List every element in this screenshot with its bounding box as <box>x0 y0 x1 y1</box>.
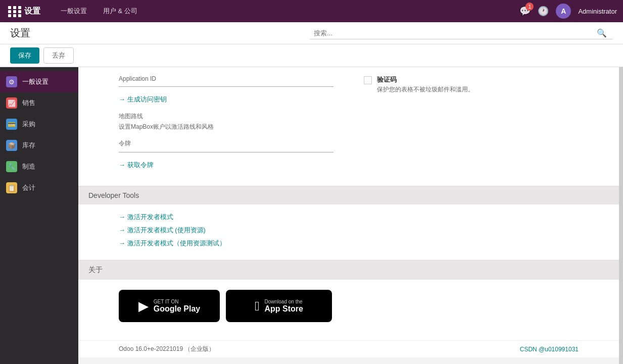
sidebar-item-accounting[interactable]: 📋 会计 <box>0 177 78 198</box>
user-avatar: A <box>556 4 571 19</box>
content-inner: Application ID 生成访问密钥 地图路线 设置MapBox账户以激活… <box>78 67 619 364</box>
save-button[interactable]: 保存 <box>10 47 39 64</box>
chat-badge: 1 <box>525 3 534 11</box>
captcha-desc: 保护您的表格不被垃圾邮件和滥用。 <box>377 85 474 94</box>
sidebar-label-sales: 销售 <box>22 98 35 108</box>
sidebar-label-accounting: 会计 <box>22 183 35 192</box>
activate-dev-mode-test-link[interactable]: 激活开发者模式（使用资源测试） <box>119 239 579 248</box>
page-title: 设置 <box>10 26 310 40</box>
activate-dev-mode-assets-link[interactable]: 激活开发者模式 (使用资源) <box>119 226 579 235</box>
sidebar-label-inventory: 库存 <box>22 141 35 150</box>
google-play-small-text: GET IT ON <box>154 299 200 304</box>
app-title: 设置 <box>24 6 40 17</box>
google-play-icon: ▶ <box>138 298 149 314</box>
map-route-desc: 设置MapBox账户以激活路线和风格 <box>119 123 333 131</box>
sidebar-label-manufacturing: 制造 <box>22 162 35 171</box>
layout: ⚙ 一般设置 📈 销售 💳 采购 📦 库存 🔧 制造 📋 会计 <box>0 67 623 364</box>
version-text: Odoo 16.0+e-20221019 （企业版） <box>119 345 215 353</box>
gear-icon: ⚙ <box>6 76 17 87</box>
token-field: 令牌 <box>119 139 333 152</box>
generate-key-row: 生成访问密钥 <box>119 95 333 104</box>
user-name[interactable]: Administrator <box>578 8 617 15</box>
topbar: 设置 一般设置 用户 & 公司 💬 1 🕐 A Administrator <box>0 0 623 22</box>
sidebar-item-general[interactable]: ⚙ 一般设置 <box>0 71 78 92</box>
clock-icon[interactable]: 🕐 <box>538 6 549 17</box>
sidebar-label-general: 一般设置 <box>22 77 49 86</box>
about-content: ▶ GET IT ON Google Play  Download on th… <box>78 280 619 340</box>
topbar-right: 💬 1 🕐 A Administrator <box>519 4 617 19</box>
app-store-text: Download on the App Store <box>265 299 303 314</box>
store-badges: ▶ GET IT ON Google Play  Download on th… <box>119 290 579 322</box>
two-col-layout: Application ID 生成访问密钥 地图路线 设置MapBox账户以激活… <box>119 75 579 178</box>
scrollbar[interactable] <box>619 67 623 364</box>
sidebar-item-manufacturing[interactable]: 🔧 制造 <box>0 156 78 177</box>
token-label: 令牌 <box>119 139 333 148</box>
action-bar: 保存 丢弃 <box>0 44 623 67</box>
captcha-label: 验证码 <box>377 75 474 84</box>
chat-icon-wrap[interactable]: 💬 1 <box>519 6 531 17</box>
app-store-small-text: Download on the <box>265 299 303 304</box>
sidebar-item-purchase[interactable]: 💳 采购 <box>0 114 78 135</box>
activate-dev-mode-link[interactable]: 激活开发者模式 <box>119 213 579 222</box>
application-id-input[interactable] <box>119 84 333 87</box>
sidebar-label-purchase: 采购 <box>22 120 35 129</box>
captcha-section: 验证码 保护您的表格不被垃圾邮件和滥用。 <box>364 75 579 94</box>
search-icon[interactable]: 🔍 <box>597 28 607 38</box>
generate-key-link[interactable]: 生成访问密钥 <box>119 95 167 103</box>
box-icon: 📦 <box>6 140 17 151</box>
card-icon: 💳 <box>6 119 17 130</box>
search-input[interactable] <box>314 29 597 37</box>
application-id-label: Application ID <box>119 75 333 82</box>
left-col: Application ID 生成访问密钥 地图路线 设置MapBox账户以激活… <box>119 75 333 178</box>
google-play-big-text: Google Play <box>154 304 200 314</box>
discard-button[interactable]: 丢弃 <box>43 47 74 64</box>
nav-general-settings[interactable]: 一般设置 <box>55 4 93 19</box>
version-bar: Odoo 16.0+e-20221019 （企业版） CSDN @u010991… <box>78 340 619 357</box>
form-section-api: Application ID 生成访问密钥 地图路线 设置MapBox账户以激活… <box>78 67 619 186</box>
csdn-link[interactable]: CSDN @u010991031 <box>520 346 579 353</box>
apps-icon[interactable] <box>6 4 20 18</box>
ledger-icon: 📋 <box>6 182 17 193</box>
captcha-text: 验证码 保护您的表格不被垃圾邮件和滥用。 <box>377 75 474 94</box>
sidebar: ⚙ 一般设置 📈 销售 💳 采购 📦 库存 🔧 制造 📋 会计 <box>0 67 78 364</box>
page-header: 设置 🔍 <box>0 22 623 44</box>
map-route-field: 地图路线 设置MapBox账户以激活路线和风格 <box>119 112 333 131</box>
sidebar-item-inventory[interactable]: 📦 库存 <box>0 135 78 156</box>
right-col: 验证码 保护您的表格不被垃圾邮件和滥用。 <box>364 75 579 178</box>
developer-tools-header: Developer Tools <box>78 186 619 204</box>
app-store-badge[interactable]:  Download on the App Store <box>226 290 332 322</box>
map-route-label: 地图路线 <box>119 112 333 121</box>
search-bar: 🔍 <box>310 27 613 39</box>
google-play-text: GET IT ON Google Play <box>154 299 200 314</box>
get-token-link[interactable]: 获取令牌 <box>119 161 154 169</box>
developer-tools-content: 激活开发者模式 激活开发者模式 (使用资源) 激活开发者模式（使用资源测试） <box>78 204 619 260</box>
wrench-icon: 🔧 <box>6 161 17 172</box>
token-input[interactable] <box>119 150 333 152</box>
about-header: 关于 <box>78 260 619 280</box>
chart-icon: 📈 <box>6 97 17 109</box>
get-token-row: 获取令牌 <box>119 161 333 170</box>
app-store-big-text: App Store <box>265 304 303 314</box>
google-play-badge[interactable]: ▶ GET IT ON Google Play <box>119 290 220 322</box>
apple-icon:  <box>255 298 260 314</box>
sidebar-item-sales[interactable]: 📈 销售 <box>0 92 78 114</box>
application-id-field: Application ID <box>119 75 333 87</box>
captcha-checkbox[interactable] <box>364 76 372 84</box>
nav-users-company[interactable]: 用户 & 公司 <box>97 4 143 19</box>
main-content: Application ID 生成访问密钥 地图路线 设置MapBox账户以激活… <box>78 67 619 364</box>
